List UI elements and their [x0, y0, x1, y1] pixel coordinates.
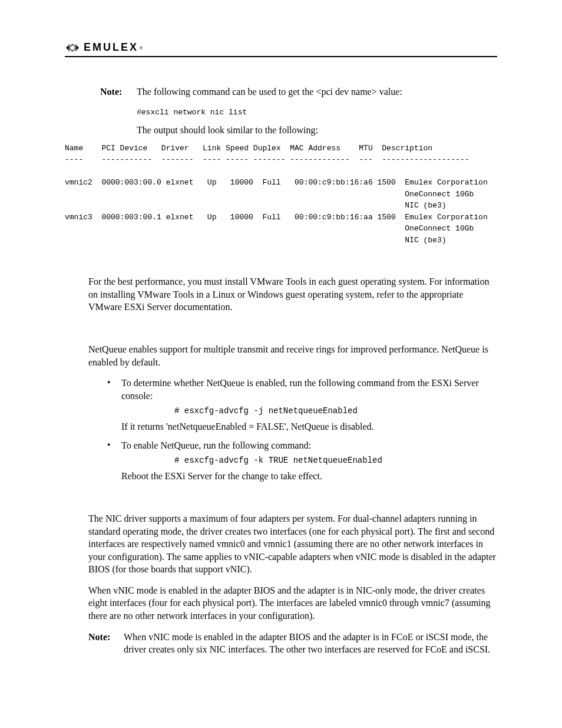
registered-icon: ®: [139, 45, 143, 51]
list-item: To enable NetQueue, run the following co…: [105, 439, 497, 483]
output-table: Name PCI Device Driver Link Speed Duplex…: [65, 143, 521, 246]
note-followup: The output should look similar to the fo…: [137, 124, 497, 137]
brand-logo-icon: [65, 43, 80, 52]
brand-name: EMULEX: [84, 41, 138, 54]
bullet-follow: If it returns 'netNetqueueEnabled = FALS…: [121, 420, 497, 433]
output-preformatted: Name PCI Device Driver Link Speed Duplex…: [65, 143, 521, 246]
command-block: #esxcli network nic list: [137, 107, 497, 118]
netqueue-intro-paragraph: NetQueue enables support for multiple tr…: [88, 343, 497, 368]
bullet-lead: To enable NetQueue, run the following co…: [121, 439, 497, 452]
command-text: # esxcfg-advcfg -j netNetqueueEnabled: [174, 406, 497, 417]
note-block: Note: When vNIC mode is enabled in the a…: [88, 631, 497, 656]
note-label: Note:: [100, 85, 137, 98]
bullet-lead: To determine whether NetQueue is enabled…: [121, 377, 497, 402]
bullet-follow: Reboot the ESXi Server for the change to…: [121, 470, 497, 483]
netqueue-bullet-list: To determine whether NetQueue is enabled…: [105, 377, 497, 483]
vmware-tools-paragraph: For the best performance, you must insta…: [88, 275, 497, 314]
note-label: Note:: [88, 631, 124, 656]
page-header: EMULEX ®: [65, 41, 497, 57]
command-text: #esxcli network nic list: [137, 107, 497, 118]
nic-paragraph-1: The NIC driver supports a maximum of fou…: [88, 512, 497, 576]
document-body: Note: The following command can be used …: [65, 85, 497, 656]
note-text: When vNIC mode is enabled in the adapter…: [124, 631, 497, 656]
note-text: The following command can be used to get…: [137, 85, 497, 98]
command-text: # esxcfg-advcfg -k TRUE netNetqueueEnabl…: [174, 455, 497, 466]
list-item: To determine whether NetQueue is enabled…: [105, 377, 497, 433]
nic-paragraph-2: When vNIC mode is enabled in the adapter…: [88, 584, 497, 622]
note-block: Note: The following command can be used …: [100, 85, 497, 98]
